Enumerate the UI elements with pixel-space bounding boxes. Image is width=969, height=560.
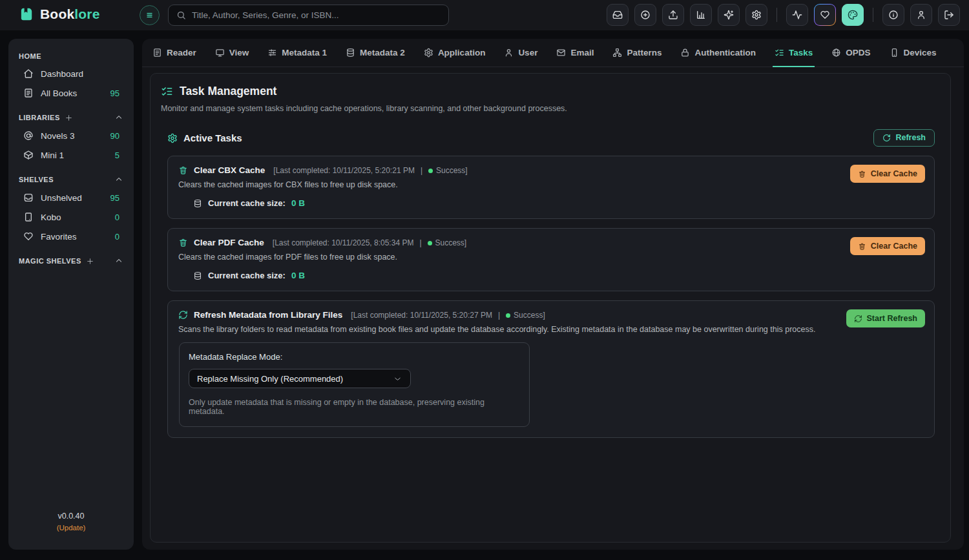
sidebar-item-all-books[interactable]: All Books 95 <box>17 83 125 103</box>
replace-mode-select[interactable]: Replace Missing Only (Recommended) <box>189 369 411 388</box>
success-dot <box>506 313 510 318</box>
add-book-button[interactable] <box>634 4 656 26</box>
tab-opds[interactable]: OPDS <box>831 39 870 67</box>
tablet-icon <box>23 212 34 222</box>
top-bar: Booklore <box>0 0 969 30</box>
gear-icon <box>751 10 762 20</box>
sidebar-item-mini-1[interactable]: Mini 1 5 <box>17 145 125 165</box>
task-card-clear-cbx-cache: Clear CBX Cache [Last completed: 10/11/2… <box>167 156 935 219</box>
sidebar-item-novels-3[interactable]: Novels 3 90 <box>17 126 125 145</box>
bar-chart-icon <box>696 10 706 20</box>
at-sign-icon <box>23 130 34 141</box>
booklore-logo-icon <box>18 6 35 23</box>
sparkles-icon <box>724 10 734 20</box>
upload-button[interactable] <box>662 4 684 26</box>
profile-button[interactable] <box>910 4 932 26</box>
active-tasks-header: Active Tasks Refresh <box>167 129 935 147</box>
about-button[interactable] <box>882 4 904 26</box>
chevron-down-icon <box>393 374 402 384</box>
success-dot <box>428 169 433 173</box>
tab-metadata-2[interactable]: Metadata 2 <box>346 39 405 67</box>
sidebar-item-label: Dashboard <box>41 69 83 79</box>
tab-authentication[interactable]: Authentication <box>680 39 756 67</box>
app-logo[interactable]: Booklore <box>18 6 100 23</box>
sidebar-item-label: Unshelved <box>41 193 82 203</box>
reader-icon <box>152 48 162 57</box>
task-title: Clear CBX Cache <box>194 165 265 175</box>
settings-button[interactable] <box>745 4 767 26</box>
trash-icon <box>858 242 866 251</box>
rotate-icon <box>882 134 891 142</box>
database-icon <box>193 271 202 280</box>
favorites-button[interactable] <box>814 4 836 26</box>
user-icon <box>916 10 926 20</box>
tab-metadata-1[interactable]: Metadata 1 <box>267 39 327 67</box>
task-meta: [Last completed: 10/11/2025, 5:20:21 PM … <box>273 166 467 175</box>
mail-icon <box>556 48 566 57</box>
task-title: Clear PDF Cache <box>194 238 264 247</box>
topbar-divider <box>776 8 777 22</box>
item-count: 95 <box>110 88 120 98</box>
item-count: 5 <box>115 150 120 160</box>
sidebar-item-dashboard[interactable]: Dashboard <box>17 64 125 83</box>
home-icon <box>23 68 34 79</box>
menu-button[interactable] <box>140 5 160 25</box>
chevron-up-icon[interactable] <box>114 113 123 122</box>
task-management-panel: Task Management Monitor and manage syste… <box>150 73 951 543</box>
sidebar-section-libraries: LIBRARIES <box>19 113 123 122</box>
active-tasks-title: Active Tasks <box>183 132 242 143</box>
tab-tasks[interactable]: Tasks <box>775 39 813 67</box>
task-description: Scans the library folders to read metada… <box>178 325 924 334</box>
sidebar-item-label: Kobo <box>41 213 61 222</box>
database-icon <box>193 199 202 208</box>
task-meta: [Last completed: 10/11/2025, 8:05:34 PM … <box>273 238 466 247</box>
statistics-button[interactable] <box>690 4 712 26</box>
cache-size-value: 0 B <box>291 198 305 208</box>
search-input[interactable] <box>192 10 441 20</box>
chevron-up-icon[interactable] <box>114 175 123 184</box>
add-magic-shelf-icon[interactable] <box>86 257 94 265</box>
tab-email[interactable]: Email <box>556 39 594 67</box>
clear-cache-button[interactable]: Clear Cache <box>850 165 925 183</box>
magic-button[interactable] <box>718 4 740 26</box>
add-library-icon[interactable] <box>65 114 73 122</box>
smartphone-icon <box>890 48 899 57</box>
book-icon <box>23 88 34 98</box>
user-icon <box>504 48 514 57</box>
refresh-button[interactable]: Refresh <box>873 129 935 147</box>
start-refresh-button[interactable]: Start Refresh <box>846 309 926 327</box>
update-link[interactable]: (Update) <box>8 524 134 532</box>
task-meta: [Last completed: 10/11/2025, 5:20:27 PM … <box>351 311 545 320</box>
search-icon <box>176 10 186 20</box>
sidebar-section-home: HOME <box>19 52 123 60</box>
tab-reader[interactable]: Reader <box>152 39 196 67</box>
clear-cache-button[interactable]: Clear Cache <box>850 237 925 255</box>
sidebar-section-shelves: SHELVES <box>19 175 123 184</box>
database-icon <box>346 48 355 57</box>
tab-view[interactable]: View <box>215 39 249 67</box>
tab-user[interactable]: User <box>504 39 537 67</box>
activity-button[interactable] <box>786 4 808 26</box>
sidebar-section-magic-shelves: MAGIC SHELVES <box>19 256 123 265</box>
tab-application[interactable]: Application <box>424 39 486 67</box>
item-count: 0 <box>115 232 120 242</box>
tab-patterns[interactable]: Patterns <box>612 39 662 67</box>
upload-icon <box>668 10 678 20</box>
add-circle-icon <box>640 10 651 20</box>
monitor-icon <box>215 48 225 57</box>
task-card-clear-pdf-cache: Clear PDF Cache [Last completed: 10/11/2… <box>167 228 935 291</box>
sidebar-item-label: Novels 3 <box>41 131 75 141</box>
inbox-icon <box>612 10 623 20</box>
chevron-up-icon[interactable] <box>114 256 123 265</box>
theme-button[interactable] <box>842 4 864 26</box>
sliders-icon <box>267 48 277 57</box>
sidebar-item-unshelved[interactable]: Unshelved 95 <box>17 188 125 207</box>
cube-icon <box>23 150 34 160</box>
task-card-refresh-metadata: Refresh Metadata from Library Files [Las… <box>167 300 935 438</box>
inbox-button[interactable] <box>607 4 629 26</box>
sidebar-item-favorites[interactable]: Favorites 0 <box>17 227 125 246</box>
logout-button[interactable] <box>938 4 960 26</box>
sidebar-item-label: Favorites <box>41 232 77 242</box>
tab-devices[interactable]: Devices <box>890 39 937 67</box>
sidebar-item-kobo[interactable]: Kobo 0 <box>17 207 125 227</box>
